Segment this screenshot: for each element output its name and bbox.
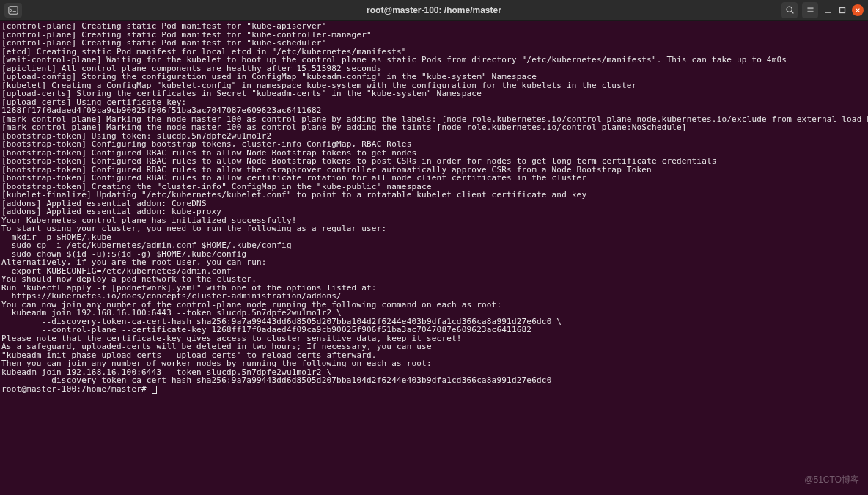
terminal-line: [upload-certs] Storing the certificates … (1, 89, 867, 98)
svg-rect-0 (9, 6, 18, 14)
svg-point-1 (787, 7, 792, 12)
terminal-line: You should now deploy a pod network to t… (1, 275, 867, 284)
search-icon (785, 5, 795, 15)
titlebar-left (4, 3, 22, 18)
terminal-icon (8, 5, 18, 15)
maximize-icon (839, 7, 846, 14)
search-button[interactable] (781, 2, 798, 18)
hamburger-icon (806, 5, 815, 15)
terminal-line: [bootstrap-token] Configured RBAC rules … (1, 174, 867, 183)
terminal-line: --control-plane --certificate-key 1268ff… (1, 326, 867, 334)
maximize-button[interactable] (837, 5, 847, 15)
terminal-line: [bootstrap-token] Configuring bootstrap … (1, 140, 867, 149)
terminal-line: [kubelet-finalize] Updating "/etc/kubern… (1, 191, 867, 199)
terminal-line: To start using your cluster, you need to… (1, 224, 867, 233)
minimize-icon (824, 7, 831, 14)
minimize-button[interactable] (823, 5, 833, 15)
terminal-line: As a safeguard, uploaded-certs will be d… (1, 342, 867, 351)
terminal-line: sudo cp -i /etc/kubernetes/admin.conf $H… (1, 241, 867, 250)
shell-prompt: root@master-100:/home/master# (1, 384, 152, 394)
terminal-line: kubeadm join 192.168.16.100:6443 --token… (1, 309, 867, 318)
cursor (152, 386, 157, 394)
titlebar: root@master-100: /home/master (0, 0, 868, 21)
terminal-line: Alternatively, if you are the root user,… (1, 258, 867, 267)
terminal-line: https://kubernetes.io/docs/concepts/clus… (1, 292, 867, 301)
new-tab-button[interactable] (4, 3, 22, 18)
terminal-line: Then you can join any number of worker n… (1, 359, 867, 368)
svg-line-2 (791, 12, 793, 14)
terminal-line: [control-plane] Creating static Pod mani… (1, 39, 867, 48)
menu-button[interactable] (802, 2, 818, 18)
terminal-prompt-line: root@master-100:/home/master# (1, 385, 867, 394)
close-button[interactable] (852, 4, 864, 16)
titlebar-right (781, 2, 864, 18)
terminal-line: 1268ff17f0adaed4f09ca9cb90025f906f51ba3a… (1, 106, 867, 115)
svg-rect-7 (840, 7, 845, 12)
terminal-line: [addons] Applied essential addon: kube-p… (1, 208, 867, 216)
terminal-line: [mark-control-plane] Marking the node ma… (1, 123, 867, 132)
terminal-body[interactable]: [control-plane] Creating static Pod mani… (0, 21, 868, 495)
window-title: root@master-100: /home/master (367, 5, 501, 15)
terminal-line: [wait-control-plane] Waiting for the kub… (1, 56, 867, 65)
terminal-line: [control-plane] Creating static Pod mani… (1, 22, 867, 31)
close-icon (855, 7, 861, 13)
terminal-line: [bootstrap-token] Configured RBAC rules … (1, 157, 867, 166)
terminal-line: [upload-config] Storing the configuratio… (1, 73, 867, 81)
